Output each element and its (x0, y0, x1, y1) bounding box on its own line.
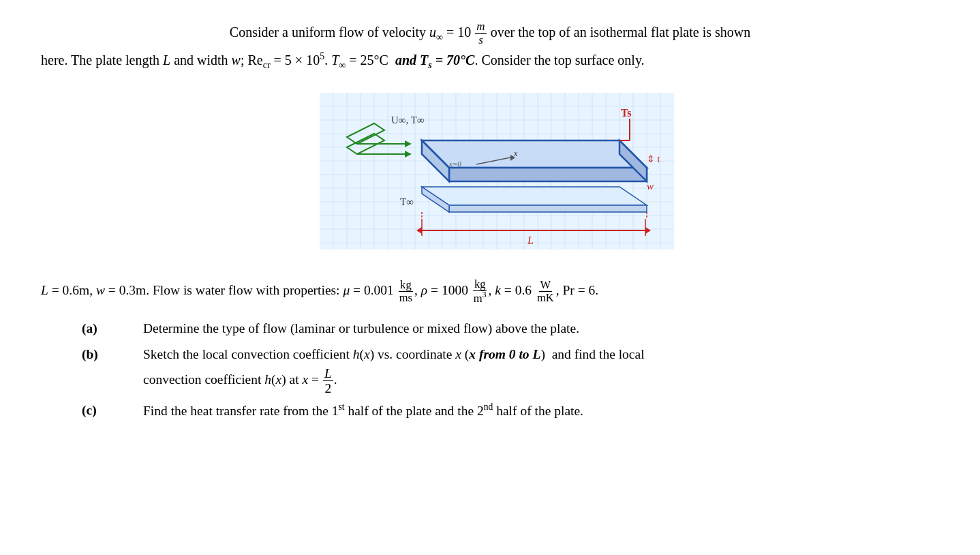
svg-text:L: L (527, 235, 534, 246)
problem-line-2: here. The plate length L and width w; Re… (41, 49, 939, 73)
problem-line-1: Consider a uniform flow of velocity u∞ =… (41, 20, 939, 46)
svg-text:T∞: T∞ (400, 196, 414, 207)
svg-text:⇕ t: ⇕ t (647, 154, 660, 164)
question-b: (b) Sketch the local convection coeffici… (82, 343, 939, 396)
svg-text:x=0: x=0 (448, 160, 461, 168)
svg-marker-41 (422, 187, 647, 205)
properties-line: L = 0.6m, w = 0.3m. Flow is water flow w… (41, 278, 939, 305)
question-a-label: (a) (82, 317, 143, 340)
svg-marker-42 (449, 205, 647, 212)
question-c-label: (c) (82, 399, 143, 422)
question-b-label: (b) (82, 343, 143, 366)
svg-text:Ts: Ts (621, 107, 631, 119)
question-a-text: Determine the type of flow (laminar or t… (143, 317, 939, 340)
svg-text:U∞, T∞: U∞, T∞ (391, 115, 425, 125)
page-content: Consider a uniform flow of velocity u∞ =… (41, 20, 939, 425)
svg-text:w: w (647, 181, 654, 192)
question-c-text: Find the heat transfer rate from the 1st… (143, 399, 939, 423)
svg-text:x: x (513, 149, 518, 158)
questions-section: (a) Determine the type of flow (laminar … (82, 317, 939, 423)
plate-diagram: x=0 x Ts ⇕ t w U∞, T∞ T∞ L (286, 86, 694, 263)
question-b-text: Sketch the local convection coefficient … (143, 343, 939, 396)
question-a: (a) Determine the type of flow (laminar … (82, 317, 939, 340)
problem-statement: Consider a uniform flow of velocity u∞ =… (41, 20, 939, 74)
diagram-container: x=0 x Ts ⇕ t w U∞, T∞ T∞ L (41, 86, 939, 263)
svg-marker-38 (449, 168, 647, 181)
question-c: (c) Find the heat transfer rate from the… (82, 399, 939, 423)
